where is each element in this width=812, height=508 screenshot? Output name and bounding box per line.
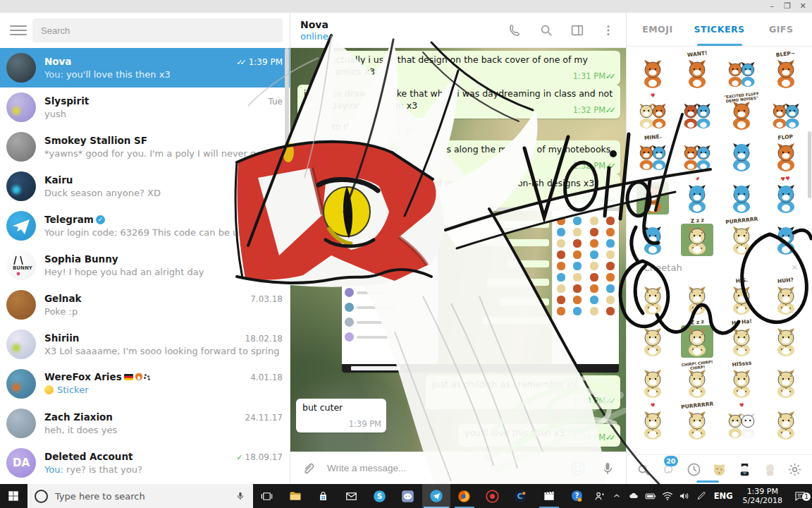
outgoing-message[interactable]: actually i used that design on the back … (324, 51, 620, 85)
sticker-fox-flop[interactable]: FLOP (763, 134, 808, 176)
sticker-fox[interactable] (631, 176, 675, 217)
taskbar-discord-icon[interactable] (394, 484, 422, 508)
trending-stickers-icon[interactable]: 20 (660, 461, 678, 479)
taskbar-skype-icon[interactable]: S (366, 484, 394, 508)
chat-list-item[interactable]: DADeleted Account✓18.09.17You: rye? is t… (0, 443, 290, 483)
sticker-fox-blep-[interactable]: BLEP~ (763, 51, 808, 92)
sticker-husky[interactable] (763, 217, 808, 259)
more-menu-icon[interactable] (601, 23, 616, 38)
tab-stickers[interactable]: STICKERS (689, 13, 751, 46)
incoming-message[interactable]: but cuter1:39 PM (296, 399, 386, 433)
remove-pack-icon[interactable]: ✕ (792, 259, 798, 277)
outgoing-message[interactable]: i used to make curvy designs along the m… (316, 140, 620, 174)
taskbar-telegram-icon[interactable] (422, 484, 450, 508)
sticker-husky--[interactable]: ♥♥ (763, 176, 808, 217)
sticker-cheetah[interactable] (763, 402, 808, 444)
message-input[interactable] (326, 462, 570, 474)
chat-list-item[interactable]: Telegram✓Your login code: 63269 This cod… (0, 206, 290, 246)
tab-emoji[interactable]: EMOJI (627, 13, 689, 46)
photo-message-recursive-screenshot[interactable] (342, 207, 619, 373)
sticker-cheetah[interactable] (631, 319, 675, 361)
sticker-search-icon[interactable] (634, 461, 653, 479)
sticker-panel-scrollbar[interactable] (808, 47, 811, 467)
chat-list-item[interactable]: Shiriin18.02.18X3 Lol saaaame, I'm sooo … (0, 325, 290, 364)
sticker-redpanda+husky[interactable] (675, 92, 720, 134)
recent-stickers-icon[interactable] (685, 461, 703, 479)
search-mic-icon[interactable] (235, 490, 246, 502)
sticker-cheetah-ha-ha-[interactable]: Ha Ha! (720, 319, 764, 361)
voice-record-icon[interactable] (599, 460, 616, 477)
outgoing-message[interactable]: just as childish as i remember lol1:38 P… (426, 375, 620, 409)
taskbar-mail-icon[interactable] (338, 484, 366, 508)
outgoing-message[interactable]: you'll love this then x31:39 PM ✓✓ (458, 424, 620, 447)
sticker-cheetah--[interactable]: ♥ (631, 402, 675, 444)
sticker-cheetah-huh-[interactable]: HUH? (763, 277, 808, 319)
hidden-icons-chevron[interactable] (608, 486, 625, 506)
taskbar-red-app-icon[interactable] (479, 484, 507, 508)
taskbar-clip-studio-paint-icon[interactable]: C (507, 484, 535, 508)
sticker-fox+husky[interactable] (720, 51, 764, 92)
taskbar-clock[interactable]: 1:39 PM 5/24/2018 (737, 487, 788, 505)
sticker-cheetah-his-[interactable]: HIS. (720, 277, 764, 319)
chat-list-item[interactable]: Gelnak7.03.18Poke :p (0, 285, 290, 325)
chat-list-item[interactable]: Smokey Stallion SF*yawns* good for you. … (0, 127, 290, 167)
toggle-right-column-icon[interactable] (570, 23, 585, 38)
chat-list-item[interactable]: KairuDuck season anyone? XD (0, 167, 290, 206)
message-history[interactable]: actually i used that design on the back … (290, 48, 626, 452)
outgoing-message[interactable]: i used to draw stuff like that when i wa… (297, 85, 620, 119)
chat-header[interactable]: Nova online (290, 13, 626, 48)
sticker-fox+husky[interactable] (763, 92, 808, 134)
menu-icon[interactable] (10, 22, 27, 39)
restore-button[interactable]: ❐ (780, 1, 795, 11)
incoming-message[interactable]: I used to draw1:32 PM (296, 118, 434, 140)
taskbar-firefox-icon[interactable] (450, 484, 479, 508)
volume-icon[interactable] (676, 486, 693, 506)
taskbar-task-view-icon[interactable] (253, 484, 281, 508)
battery-icon[interactable] (642, 486, 659, 506)
chat-list-item[interactable]: SlyspiritTueyush (0, 87, 290, 127)
chat-list-item[interactable]: Zach Ziaxion24.11.17heh, it does yes (0, 404, 290, 443)
sticker-grid[interactable]: WANT!BLEP~♥"EXCITED FLUFF DEMO NOISES"MI… (627, 47, 812, 454)
sticker-husky[interactable] (720, 134, 764, 176)
taskbar-search[interactable]: Type here to search (27, 484, 253, 508)
sticker-fox[interactable] (631, 51, 675, 92)
sticker-pack-cheetah-icon[interactable] (710, 461, 728, 479)
sticker-fox+husky[interactable] (675, 134, 720, 176)
sticker-pack-tuxedo-cat-icon[interactable] (735, 461, 753, 479)
action-center-icon[interactable]: 1 (788, 490, 812, 502)
pen-icon[interactable] (693, 486, 710, 506)
sticker-cheetah-z-z-z[interactable]: Z z z (675, 217, 720, 259)
wifi-icon[interactable] (659, 486, 676, 506)
sticker-settings-icon[interactable] (786, 461, 804, 479)
sticker-cheetah-purrrrrr[interactable]: PURRRRRR (720, 217, 764, 259)
emoji-icon[interactable] (570, 460, 586, 477)
chat-list-item[interactable]: Nova✓✓1:39 PMYou: you'll love this then … (0, 48, 290, 87)
sticker-cheetah-hissss[interactable]: HISsss (720, 361, 764, 402)
search-messages-icon[interactable] (539, 23, 554, 38)
outgoing-message[interactable]: let's see if i can still do one of my or… (304, 174, 620, 208)
people-icon[interactable] (591, 486, 608, 506)
sticker-husky--[interactable]: ♥ (675, 176, 720, 217)
search-input[interactable] (32, 18, 283, 42)
onedrive-icon[interactable] (625, 486, 642, 506)
sticker-cheetah+bunny--[interactable]: ♥ (720, 402, 764, 444)
taskbar-movies-tv-icon[interactable] (535, 484, 563, 508)
sticker-cheetah[interactable] (763, 319, 808, 361)
chat-list-scrollbar[interactable] (285, 48, 289, 484)
sticker-fox+husky-mine-[interactable]: MINE. (631, 134, 675, 176)
tab-gifs[interactable]: GIFS (750, 13, 812, 46)
sticker-fox--excited-fluff-demo-noises-[interactable]: "EXCITED FLUFF DEMO NOISES" (720, 92, 764, 134)
minimize-button[interactable]: – (764, 1, 780, 11)
call-icon[interactable] (508, 23, 523, 38)
taskbar-microsoft-store-icon[interactable] (309, 484, 338, 508)
start-button[interactable] (0, 484, 27, 508)
sticker-husky[interactable] (720, 176, 764, 217)
chat-list-item[interactable]: WereFox Aries4.01.18Sticker (0, 364, 290, 404)
sticker-cheetah+fox--[interactable]: ♥ (631, 92, 675, 134)
sticker-cheetah-z-z-z[interactable]: Z z z (675, 319, 720, 361)
taskbar-file-explorer-icon[interactable] (281, 484, 309, 508)
sticker-pack-faded-icon[interactable] (761, 461, 779, 479)
chat-list-item[interactable]: BUNNYSophia BunnyHey! I hope you had an … (0, 246, 290, 285)
sticker-fox-want-[interactable]: WANT! (675, 51, 720, 92)
sticker-cheetah[interactable] (763, 361, 808, 402)
